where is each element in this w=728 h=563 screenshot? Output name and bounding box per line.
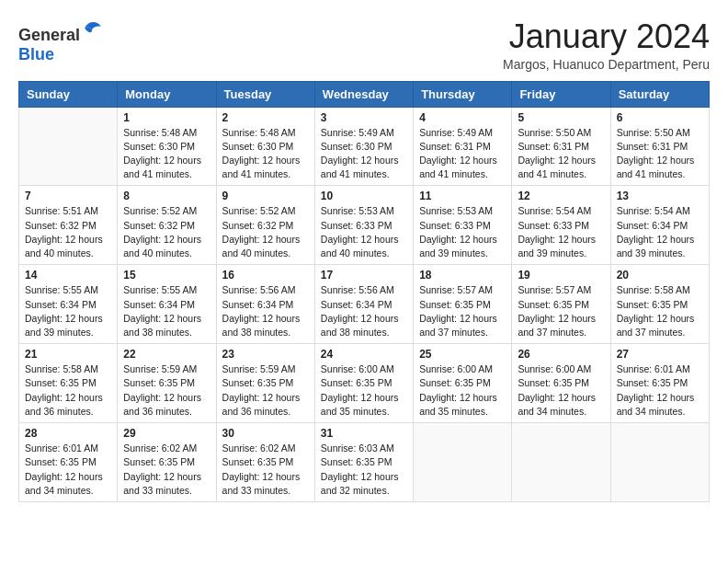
day-number: 17 bbox=[321, 269, 407, 282]
day-info: Sunrise: 5:56 AMSunset: 6:34 PMDaylight:… bbox=[222, 283, 309, 339]
weekday-header-saturday: Saturday bbox=[610, 81, 709, 107]
calendar-cell: 21Sunrise: 5:58 AMSunset: 6:35 PMDayligh… bbox=[19, 344, 118, 423]
day-number: 3 bbox=[321, 111, 407, 124]
day-number: 22 bbox=[123, 348, 210, 361]
calendar-cell: 1Sunrise: 5:48 AMSunset: 6:30 PMDaylight… bbox=[118, 107, 216, 186]
day-number: 5 bbox=[518, 111, 604, 124]
day-number: 28 bbox=[25, 427, 111, 440]
calendar-cell: 15Sunrise: 5:55 AMSunset: 6:34 PMDayligh… bbox=[118, 265, 216, 344]
day-info: Sunrise: 5:55 AMSunset: 6:34 PMDaylight:… bbox=[123, 283, 210, 339]
day-number: 12 bbox=[518, 190, 604, 202]
weekday-header-sunday: Sunday bbox=[19, 81, 118, 107]
weekday-header-tuesday: Tuesday bbox=[216, 81, 314, 107]
day-number: 14 bbox=[25, 269, 111, 282]
weekday-header-friday: Friday bbox=[512, 81, 610, 107]
calendar-cell: 26Sunrise: 6:00 AMSunset: 6:35 PMDayligh… bbox=[512, 344, 610, 423]
calendar-cell: 24Sunrise: 6:00 AMSunset: 6:35 PMDayligh… bbox=[314, 344, 413, 423]
day-info: Sunrise: 5:48 AMSunset: 6:30 PMDaylight:… bbox=[222, 126, 309, 182]
weekday-header-monday: Monday bbox=[118, 81, 216, 107]
calendar-cell: 18Sunrise: 5:57 AMSunset: 6:35 PMDayligh… bbox=[414, 265, 512, 344]
day-info: Sunrise: 6:02 AMSunset: 6:35 PMDaylight:… bbox=[123, 442, 210, 498]
day-info: Sunrise: 5:58 AMSunset: 6:35 PMDaylight:… bbox=[25, 362, 111, 419]
calendar-cell: 4Sunrise: 5:49 AMSunset: 6:31 PMDaylight… bbox=[414, 107, 512, 186]
day-info: Sunrise: 5:58 AMSunset: 6:35 PMDaylight:… bbox=[617, 283, 703, 339]
calendar-cell: 17Sunrise: 5:56 AMSunset: 6:34 PMDayligh… bbox=[314, 265, 413, 344]
day-info: Sunrise: 6:03 AMSunset: 6:35 PMDaylight:… bbox=[321, 442, 407, 498]
calendar-week-3: 14Sunrise: 5:55 AMSunset: 6:34 PMDayligh… bbox=[19, 265, 710, 344]
day-info: Sunrise: 5:54 AMSunset: 6:33 PMDaylight:… bbox=[518, 204, 604, 260]
calendar-cell: 20Sunrise: 5:58 AMSunset: 6:35 PMDayligh… bbox=[610, 265, 709, 344]
calendar-cell bbox=[610, 423, 709, 502]
day-info: Sunrise: 5:51 AMSunset: 6:32 PMDaylight:… bbox=[25, 204, 111, 260]
calendar-week-4: 21Sunrise: 5:58 AMSunset: 6:35 PMDayligh… bbox=[19, 344, 710, 423]
calendar-week-2: 7Sunrise: 5:51 AMSunset: 6:32 PMDaylight… bbox=[19, 186, 710, 265]
logo-blue: Blue bbox=[18, 45, 54, 63]
calendar-table: SundayMondayTuesdayWednesdayThursdayFrid… bbox=[18, 81, 710, 502]
day-info: Sunrise: 5:49 AMSunset: 6:30 PMDaylight:… bbox=[321, 126, 407, 182]
logo: General Blue bbox=[18, 18, 104, 64]
calendar-cell: 9Sunrise: 5:52 AMSunset: 6:32 PMDaylight… bbox=[216, 186, 314, 265]
day-info: Sunrise: 6:02 AMSunset: 6:35 PMDaylight:… bbox=[222, 442, 309, 498]
calendar-week-1: 1Sunrise: 5:48 AMSunset: 6:30 PMDaylight… bbox=[19, 107, 710, 186]
calendar-week-5: 28Sunrise: 6:01 AMSunset: 6:35 PMDayligh… bbox=[19, 423, 710, 502]
location-subtitle: Margos, Huanuco Department, Peru bbox=[503, 57, 710, 72]
day-number: 18 bbox=[419, 269, 506, 282]
calendar-cell: 3Sunrise: 5:49 AMSunset: 6:30 PMDaylight… bbox=[314, 107, 413, 186]
day-info: Sunrise: 6:01 AMSunset: 6:35 PMDaylight:… bbox=[25, 442, 111, 498]
day-number: 24 bbox=[321, 348, 407, 361]
day-number: 15 bbox=[123, 269, 210, 282]
day-info: Sunrise: 5:59 AMSunset: 6:35 PMDaylight:… bbox=[123, 362, 210, 419]
calendar-cell bbox=[512, 423, 610, 502]
day-info: Sunrise: 5:57 AMSunset: 6:35 PMDaylight:… bbox=[419, 283, 506, 339]
day-number: 31 bbox=[321, 427, 407, 440]
calendar-cell: 23Sunrise: 5:59 AMSunset: 6:35 PMDayligh… bbox=[216, 344, 314, 423]
calendar-cell: 25Sunrise: 6:00 AMSunset: 6:35 PMDayligh… bbox=[414, 344, 512, 423]
day-info: Sunrise: 6:00 AMSunset: 6:35 PMDaylight:… bbox=[419, 362, 506, 419]
weekday-header-row: SundayMondayTuesdayWednesdayThursdayFrid… bbox=[19, 81, 710, 107]
calendar-cell: 16Sunrise: 5:56 AMSunset: 6:34 PMDayligh… bbox=[216, 265, 314, 344]
calendar-cell bbox=[19, 107, 118, 186]
day-number: 30 bbox=[222, 427, 309, 440]
title-section: January 2024 Margos, Huanuco Department,… bbox=[503, 18, 710, 72]
day-info: Sunrise: 5:53 AMSunset: 6:33 PMDaylight:… bbox=[419, 204, 506, 260]
day-number: 29 bbox=[123, 427, 210, 440]
day-number: 10 bbox=[321, 190, 407, 202]
day-number: 27 bbox=[617, 348, 703, 361]
day-number: 13 bbox=[617, 190, 703, 202]
month-title: January 2024 bbox=[503, 18, 710, 55]
weekday-header-wednesday: Wednesday bbox=[314, 81, 413, 107]
day-number: 8 bbox=[123, 190, 210, 202]
calendar-cell: 29Sunrise: 6:02 AMSunset: 6:35 PMDayligh… bbox=[118, 423, 216, 502]
day-number: 1 bbox=[123, 111, 210, 124]
day-info: Sunrise: 5:52 AMSunset: 6:32 PMDaylight:… bbox=[123, 204, 210, 260]
weekday-header-thursday: Thursday bbox=[414, 81, 512, 107]
logo-general: General bbox=[18, 26, 80, 44]
day-info: Sunrise: 5:57 AMSunset: 6:35 PMDaylight:… bbox=[518, 283, 604, 339]
calendar-cell: 22Sunrise: 5:59 AMSunset: 6:35 PMDayligh… bbox=[118, 344, 216, 423]
day-number: 9 bbox=[222, 190, 309, 202]
day-number: 23 bbox=[222, 348, 309, 361]
day-info: Sunrise: 5:53 AMSunset: 6:33 PMDaylight:… bbox=[321, 204, 407, 260]
day-info: Sunrise: 5:50 AMSunset: 6:31 PMDaylight:… bbox=[617, 126, 703, 182]
day-number: 2 bbox=[222, 111, 309, 124]
calendar-cell: 11Sunrise: 5:53 AMSunset: 6:33 PMDayligh… bbox=[414, 186, 512, 265]
calendar-cell: 13Sunrise: 5:54 AMSunset: 6:34 PMDayligh… bbox=[610, 186, 709, 265]
day-number: 26 bbox=[518, 348, 604, 361]
calendar-cell: 5Sunrise: 5:50 AMSunset: 6:31 PMDaylight… bbox=[512, 107, 610, 186]
day-info: Sunrise: 6:00 AMSunset: 6:35 PMDaylight:… bbox=[321, 362, 407, 419]
logo-bird-icon bbox=[82, 18, 104, 40]
calendar-cell: 12Sunrise: 5:54 AMSunset: 6:33 PMDayligh… bbox=[512, 186, 610, 265]
day-info: Sunrise: 6:00 AMSunset: 6:35 PMDaylight:… bbox=[518, 362, 604, 419]
calendar-cell: 30Sunrise: 6:02 AMSunset: 6:35 PMDayligh… bbox=[216, 423, 314, 502]
day-number: 16 bbox=[222, 269, 309, 282]
calendar-cell: 2Sunrise: 5:48 AMSunset: 6:30 PMDaylight… bbox=[216, 107, 314, 186]
calendar-cell: 28Sunrise: 6:01 AMSunset: 6:35 PMDayligh… bbox=[19, 423, 118, 502]
day-info: Sunrise: 5:56 AMSunset: 6:34 PMDaylight:… bbox=[321, 283, 407, 339]
day-info: Sunrise: 5:52 AMSunset: 6:32 PMDaylight:… bbox=[222, 204, 309, 260]
day-number: 7 bbox=[25, 190, 111, 202]
calendar-cell bbox=[414, 423, 512, 502]
calendar-cell: 27Sunrise: 6:01 AMSunset: 6:35 PMDayligh… bbox=[610, 344, 709, 423]
calendar-cell: 31Sunrise: 6:03 AMSunset: 6:35 PMDayligh… bbox=[314, 423, 413, 502]
calendar-cell: 14Sunrise: 5:55 AMSunset: 6:34 PMDayligh… bbox=[19, 265, 118, 344]
day-info: Sunrise: 5:59 AMSunset: 6:35 PMDaylight:… bbox=[222, 362, 309, 419]
